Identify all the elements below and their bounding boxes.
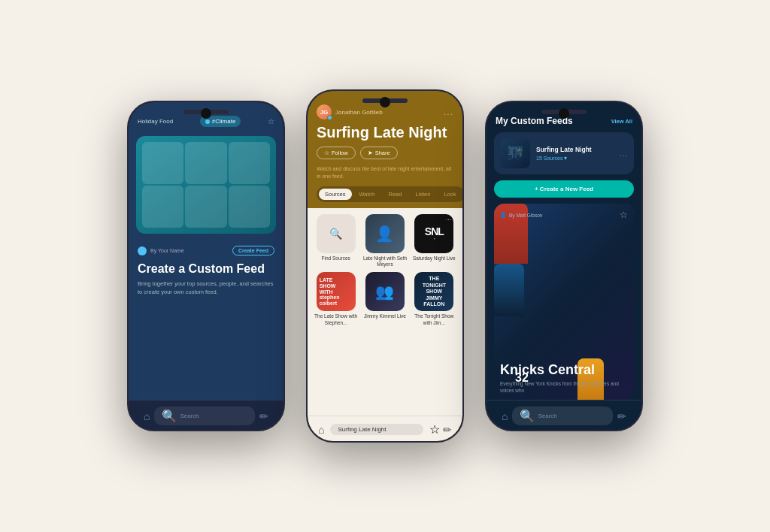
current-feed-label: Surfing Late Night [338,426,386,433]
chevron-down-icon: ▾ [564,155,567,162]
search-icon: 🔍 [162,409,177,423]
find-sources-label: Find Sources [322,255,350,261]
find-sources-thumb: 🔍 [317,214,356,253]
follow-button[interactable]: ☆ Follow [317,147,356,159]
star-icon[interactable]: ☆ [268,117,274,125]
search-bar[interactable]: 🔍 Search [154,407,255,425]
share-button[interactable]: ➤ Share [360,147,398,159]
grid-cell-5 [185,186,226,228]
card-options-icon[interactable]: ... [620,150,628,158]
feed-card-inner: 🌃 Surfing Late Night 15 Sources ▾ ... [494,132,634,174]
phones-container: Holiday Food #Climate ☆ [97,59,673,473]
action-buttons: ☆ Follow ➤ Share [317,147,453,159]
grid-cell-4 [142,186,183,228]
dot-indicator [205,119,210,124]
sources-panel: 🔍 Find Sources 👤 Late Night with Seth Me… [308,208,462,416]
share-icon: ➤ [368,150,373,156]
lateshow-label: The Late Show with Stephen... [314,313,358,326]
star-icon[interactable]: ☆ [620,210,628,220]
city-icon: 🌃 [507,145,523,162]
home-icon[interactable]: ⌂ [144,410,150,422]
home-icon[interactable]: ⌂ [318,424,324,436]
content-tabs: Sources Watch Read Listen Look [317,186,462,202]
user-avatar [138,246,147,255]
verified-badge [327,115,332,120]
phone3-bottom-nav: ⌂ 🔍 Search ✏ [487,400,641,430]
phone1-description: Bring together your top sources, people,… [138,280,274,296]
tab-look[interactable]: Look [438,189,462,200]
snl-thumb: ... SNL '' [414,214,453,253]
search-icon: 🔍 [520,409,535,423]
feed-label-bar: Surfing Late Night [330,424,423,435]
phone3-notch [559,108,569,119]
view-all-link[interactable]: View All [611,118,632,125]
author-icon: 👤 [500,212,506,218]
source-seth[interactable]: 👤 Late Night with Seth Meyers [362,214,407,268]
fallon-thumb: THE TONIGHT SHOW JIMMY FALLON [414,272,453,311]
sport-card-content: 👤 By Matt Gibson ☆ Knicks Central Everyt… [494,204,634,400]
phone2-header: JG Jonathan Gottlieb ... Surfing Late Ni… [308,91,462,208]
phone-1: Holiday Food #Climate ☆ [127,101,285,431]
search-bar[interactable]: 🔍 Search [512,407,613,425]
search-placeholder: Search [538,413,556,419]
surfing-feed-card[interactable]: 🌃 Surfing Late Night 15 Sources ▾ ... [494,132,634,174]
grid-cell-3 [229,142,270,184]
source-kimmel[interactable]: 👥 Jimmy Kimmel Live [362,272,407,326]
source-snl[interactable]: ... SNL '' Saturday Night Live [412,214,456,268]
sport-card-title: Knicks Central [500,363,628,378]
tab-read[interactable]: Read [383,189,408,200]
grid-cell-2 [185,142,226,184]
fallon-label: The Tonight Show with Jim... [412,313,456,326]
kimmel-label: Jimmy Kimmel Live [364,313,406,319]
sources-grid: 🔍 Find Sources 👤 Late Night with Seth Me… [308,208,462,333]
sport-user-row: 👤 By Matt Gibson ☆ [500,210,628,220]
phone1-bottom-nav: ⌂ 🔍 Search ✏ [129,400,283,430]
phone1-image-grid [136,136,276,234]
source-find[interactable]: 🔍 Find Sources [314,214,358,268]
more-options-icon[interactable]: ... [444,107,453,117]
tab-watch[interactable]: Watch [353,189,381,200]
feed-description: Watch and discuss the best of late night… [317,165,453,180]
phone1-tab-holiday[interactable]: Holiday Food [138,118,173,125]
edit-icon[interactable]: ✏ [443,424,452,436]
author-name: Jonathan Gottlieb [335,109,383,116]
knicks-card[interactable]: 32 👤 By Matt Gibson [494,204,634,400]
phone2-user-info: JG Jonathan Gottlieb [317,104,383,119]
lateshow-thumb: LATESHOWWITHstephencolbert [317,272,356,311]
feed-card-info: Surfing Late Night 15 Sources ▾ [536,146,614,162]
feed-card-thumbnail: 🌃 [500,138,530,168]
home-icon[interactable]: ⌂ [502,410,508,422]
sport-card-description: Everything New York Knicks from the top … [500,381,628,394]
author-avatar: JG [317,104,332,119]
seth-label: Late Night with Seth Meyers [362,255,407,268]
seth-thumb: 👤 [365,214,405,253]
phone1-user-info: By Your Name [138,246,184,255]
search-icon: 🔍 [329,228,342,240]
phone2-screen: JG Jonathan Gottlieb ... Surfing Late Ni… [308,91,462,441]
source-fallon[interactable]: THE TONIGHT SHOW JIMMY FALLON The Tonigh… [412,272,456,326]
create-new-feed-button[interactable]: + Create a New Feed [494,180,634,198]
phone1-user-row: By Your Name Create Feed [138,246,274,255]
source-lateshow[interactable]: LATESHOWWITHstephencolbert The Late Show… [314,272,358,326]
edit-icon[interactable]: ✏ [259,410,268,422]
tab-listen[interactable]: Listen [409,189,436,200]
snl-label: Saturday Night Live [413,255,456,261]
grid-cell-6 [229,186,270,228]
phone-3: My Custom Feeds View All 🌃 Surfing Late … [485,101,643,431]
tab-sources[interactable]: Sources [319,189,352,200]
star-bookmark-icon[interactable]: ☆ [429,422,440,437]
phone1-content: By Your Name Create Feed Create a Custom… [129,238,283,400]
phone-2: JG Jonathan Gottlieb ... Surfing Late Ni… [306,89,464,443]
star-icon: ☆ [324,150,329,156]
kimmel-thumb: 👥 [365,272,405,311]
feed-card-sources: 15 Sources ▾ [536,155,614,162]
phone2-notch [380,97,390,107]
edit-icon[interactable]: ✏ [617,410,626,422]
phone3-screen: My Custom Feeds View All 🌃 Surfing Late … [487,102,641,430]
feed-title: Surfing Late Night [317,124,453,141]
search-placeholder: Search [180,413,199,419]
phone2-bottom-nav: ⌂ Surfing Late Night ☆ ✏ [308,416,462,441]
sport-author: 👤 By Matt Gibson [500,212,542,218]
grid-cell-1 [142,142,183,184]
create-feed-button[interactable]: Create Feed [232,246,274,255]
